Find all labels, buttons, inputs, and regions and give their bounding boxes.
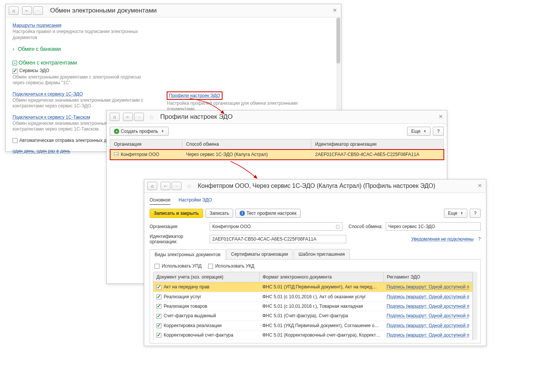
- more-button[interactable]: Еще▼: [444, 209, 467, 218]
- chevron-right-icon: ›: [13, 46, 16, 52]
- titlebar: ⌂ ← → ☆ Конфетпром ООО, Через сервис 1С-…: [144, 179, 486, 193]
- cell-org: Конфетпром ООО: [121, 152, 159, 157]
- cell-fmt: ФНС 5.01 (УКД:Первичный документ), Согла…: [259, 321, 383, 330]
- row-checkbox[interactable]: [156, 333, 161, 338]
- cell-fmt: ФНС 5.01 (Корректировочный счет-фактура)…: [259, 330, 383, 340]
- col-method[interactable]: Способ обмена: [182, 139, 311, 150]
- routes-link[interactable]: Маршруты подписания: [13, 23, 62, 28]
- tab-invite[interactable]: Шаблон приглашения: [294, 249, 350, 259]
- profiles-link[interactable]: Профили настроек ЭДО: [169, 93, 220, 98]
- open-icon[interactable]: ▢: [336, 224, 340, 229]
- col-org[interactable]: Организация: [110, 139, 182, 150]
- row-checkbox[interactable]: [156, 314, 161, 319]
- reglament-link[interactable]: Подпись (маршрут: Одной доступной п: [387, 294, 469, 299]
- create-profile-button[interactable]: +Создать профиль▼: [110, 127, 169, 136]
- close-icon[interactable]: ✕: [333, 7, 337, 13]
- cell-fmt: ФНС 5.01 (с 10.01.2016 г.), Акт об оказа…: [259, 292, 383, 301]
- toolbar: +Создать профиль▼ Еще▼ ?: [107, 124, 447, 139]
- favorite-icon[interactable]: ☆: [186, 183, 192, 190]
- cell-fmt: ФНС 5.01 (УПД:Первичный документ), Акт н…: [259, 282, 383, 292]
- table-row[interactable]: Реализация товаровФНС 5.01 (с 10.01.2016…: [153, 301, 473, 311]
- section-contragents[interactable]: Обмен с контрагентами: [13, 60, 334, 66]
- test-button[interactable]: iТест профиля настроек: [235, 209, 300, 218]
- cell-doc: Корректировочный счет-фактура: [164, 332, 233, 338]
- reglament-link[interactable]: Подпись (маршрут: Одной доступной п: [387, 304, 469, 309]
- input-org[interactable]: Конфетпром ООО▢: [210, 222, 342, 231]
- help-icon[interactable]: ?: [478, 236, 481, 242]
- checkbox-auto-send[interactable]: [13, 138, 17, 143]
- scrollbar[interactable]: [473, 272, 477, 340]
- back-button[interactable]: ←: [22, 6, 32, 15]
- dropdown-icon: ▼: [423, 129, 426, 133]
- forward-button[interactable]: →: [172, 182, 181, 190]
- notifications-link[interactable]: Уведомления не подключены: [411, 236, 473, 242]
- table-row[interactable]: Счет-фактура выданныйФНС 5.01 (Счет-факт…: [153, 311, 473, 321]
- row-checkbox[interactable]: [156, 304, 161, 309]
- schedule-link[interactable]: один день; один раз в день: [13, 148, 70, 154]
- save-button[interactable]: Записать: [205, 209, 233, 218]
- forward-button[interactable]: →: [134, 113, 144, 121]
- row-checkbox[interactable]: [156, 294, 161, 299]
- section-banks[interactable]: › Обмен с банками: [13, 46, 334, 52]
- tab-doc-types[interactable]: Виды электронных документов: [150, 249, 226, 260]
- checkbox-upd[interactable]: [155, 264, 159, 269]
- row-icon: [114, 152, 118, 156]
- connect-edo-link[interactable]: Подключиться к сервису 1С-ЭДО: [13, 91, 83, 97]
- back-button[interactable]: ←: [123, 113, 133, 121]
- cell-fmt: ФНС 5.01 (с 10.01.2016 г.), Товарная нак…: [259, 301, 383, 311]
- reglament-link[interactable]: Подпись (маршрут: Одной доступной п: [387, 313, 469, 318]
- table-row[interactable]: Конфетпром ООО Через сервис 1С-ЭДО (Калу…: [110, 150, 444, 160]
- input-method[interactable]: Через сервис 1С-ЭДО: [386, 222, 481, 231]
- table-row[interactable]: Корректировка реализацииФНС 5.01 (УКД:Пе…: [153, 321, 473, 330]
- info-icon: i: [240, 211, 245, 216]
- reglament-link[interactable]: Подпись (маршрут: Одной доступной п: [387, 323, 469, 328]
- more-button[interactable]: Еще▼: [407, 127, 431, 136]
- doc-table-wrap: Документ учета (хоз. операция) Формат эл…: [153, 272, 477, 340]
- connect-taxcom-link[interactable]: Подключиться к сервису 1С-Такском: [13, 115, 90, 120]
- plus-icon: +: [114, 129, 119, 134]
- favorite-icon[interactable]: ☆: [149, 113, 154, 121]
- row-checkbox[interactable]: [156, 285, 161, 290]
- save-close-button[interactable]: Записать и закрыть: [150, 209, 203, 218]
- row-checkbox[interactable]: [156, 323, 161, 328]
- titlebar: ⌂ ← → ☆ Профили настроек ЭДО ✕: [107, 110, 447, 124]
- col-doc[interactable]: Документ учета (хоз. операция): [153, 272, 260, 282]
- cell-doc: Реализация услуг: [164, 294, 201, 299]
- reglament-link[interactable]: Подпись (маршрут: Одной доступной п: [387, 284, 469, 290]
- highlight-box: Профили настроек ЭДО: [167, 91, 223, 100]
- label-id: Идентификатор организации:: [150, 234, 207, 244]
- back-button[interactable]: ←: [161, 182, 170, 190]
- toolbar: Записать и закрыть Записать iТест профил…: [144, 205, 486, 221]
- tab-settings[interactable]: Настройки ЭДО: [178, 196, 212, 204]
- help-button[interactable]: ?: [433, 127, 444, 136]
- col-reg[interactable]: Регламент ЭДО: [383, 272, 472, 282]
- close-icon[interactable]: ✕: [478, 183, 482, 189]
- checkbox-row: Использовать УПД Использовать УКД: [153, 263, 477, 272]
- checkbox-ukd[interactable]: [208, 264, 213, 269]
- grid-container: Организация Способ обмена Идентификатор …: [107, 139, 447, 160]
- help-button[interactable]: ?: [470, 209, 481, 218]
- scroll-thumb[interactable]: [336, 18, 340, 63]
- forward-button[interactable]: →: [33, 6, 43, 15]
- table-row[interactable]: Акт на передачу правФНС 5.01 (УПД:Первич…: [153, 282, 473, 292]
- checkbox-edo-services[interactable]: [13, 69, 17, 74]
- home-button[interactable]: ⌂: [9, 6, 19, 15]
- routes-section: Маршруты подписания Настройка правил и о…: [13, 23, 334, 41]
- table-row[interactable]: Корректировочный счет-фактураФНС 5.01 (К…: [153, 330, 473, 340]
- tab-main[interactable]: Основное: [150, 196, 170, 205]
- col-fmt[interactable]: Формат электронного документа: [259, 272, 383, 282]
- window-title: Обмен электронными документами: [50, 7, 157, 14]
- col-id[interactable]: Идентификатор организации: [311, 139, 444, 150]
- tab-certs[interactable]: Сертификаты организации: [226, 249, 293, 259]
- reglament-link[interactable]: Подпись (маршрут: Одной доступной п: [387, 332, 469, 338]
- chevron-down-icon: [13, 61, 17, 65]
- dropdown-icon: ▼: [460, 211, 463, 215]
- connect-edo-desc: Обмен юридически значимыми электронными …: [13, 98, 153, 109]
- cell-method: Через сервис 1С-ЭДО (Калуга Астрал): [182, 150, 311, 160]
- cell-doc: Корректировка реализации: [164, 323, 222, 328]
- home-button[interactable]: ⌂: [147, 182, 157, 190]
- home-button[interactable]: ⌂: [110, 113, 120, 121]
- close-icon[interactable]: ✕: [439, 113, 443, 120]
- input-id[interactable]: 2AEF01CFAA7-CB50-4CAC-A6E5-C225F06FA11A: [210, 235, 346, 243]
- table-row[interactable]: Реализация услугФНС 5.01 (с 10.01.2016 г…: [153, 292, 473, 301]
